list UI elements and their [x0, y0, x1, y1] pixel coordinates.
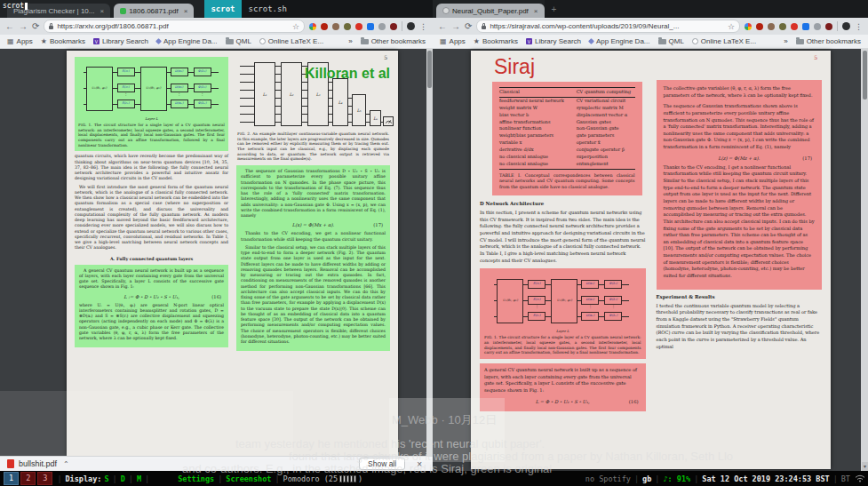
- extension-icon[interactable]: [332, 23, 339, 30]
- show-all-button[interactable]: Show all: [359, 458, 405, 470]
- bookmark-library-search[interactable]: VLibrary Search: [526, 37, 581, 45]
- body-paragraph: quantum circuits, which have recently be…: [75, 154, 228, 181]
- close-icon[interactable]: ×: [417, 459, 422, 469]
- table-row: no classical analoguesuperposition: [499, 154, 635, 161]
- fig1-circuit: U₁(θ₁, φ₁) S(r₁) S(r₂) S(rₙ) ⋮ U₂(θ₂, φ₂…: [492, 275, 633, 328]
- layer-box: L₄: [332, 78, 348, 126]
- address-bar[interactable]: https://arxiv.org/pdf/1806.06871.pdf ☆: [44, 20, 305, 33]
- pdf-viewer: 5 U₁(θ₁, φ₁) S(r₁) S(r₂) S(rₙ) ⋮ U₂(θ₂,: [0, 49, 433, 471]
- gate-phin: Φ(λₙ): [194, 100, 211, 108]
- workspace-1[interactable]: 1: [4, 472, 19, 485]
- screenshot-button[interactable]: Screenshot: [226, 474, 271, 483]
- terminal-title: scrot.sh: [242, 4, 287, 13]
- padlock-icon: [49, 26, 53, 29]
- settings-button[interactable]: Settings: [178, 474, 214, 483]
- bookmark-apps[interactable]: ▦Apps: [440, 37, 466, 45]
- section-heading-d: D Network Architecture: [480, 201, 646, 206]
- bookmark-star-icon[interactable]: ☆: [292, 22, 299, 31]
- bookmark-library-search[interactable]: VLibrary Search: [93, 37, 148, 45]
- menu-kebab-icon[interactable]: ⋮: [419, 22, 427, 31]
- back-icon[interactable]: ←: [5, 22, 14, 31]
- workspace-3[interactable]: 3: [37, 472, 52, 485]
- toolbar-divider: [837, 21, 838, 31]
- gate-s1: S(r₁): [117, 68, 135, 76]
- forward-icon[interactable]: →: [451, 22, 460, 31]
- latex-favicon: [692, 38, 698, 44]
- forward-icon[interactable]: →: [19, 22, 28, 31]
- new-tab-plus-icon[interactable]: +: [552, 4, 557, 14]
- new-tab-area[interactable]: +: [545, 0, 868, 18]
- other-bookmarks[interactable]: Other bookmarks: [796, 37, 861, 45]
- bookmarks-overflow-chevron[interactable]: »: [348, 37, 352, 45]
- google-extension-icon[interactable]: [309, 23, 316, 30]
- wifi-icon: [855, 474, 865, 482]
- tab-neural-qubit-pdf[interactable]: Neural_Qubit_Paper.pdf ×: [436, 4, 545, 18]
- bookmark-qml-folder[interactable]: QML: [226, 37, 251, 45]
- bookmark-bookmarks[interactable]: ★Bookmarks: [474, 37, 518, 45]
- close-icon[interactable]: ×: [100, 7, 104, 15]
- scrollbar[interactable]: ▾: [861, 49, 868, 471]
- extension-icon[interactable]: [355, 23, 362, 30]
- extension-icon[interactable]: [791, 23, 798, 30]
- download-filename[interactable]: bullshit.pdf: [19, 459, 57, 468]
- extension-icon[interactable]: [814, 23, 821, 30]
- back-icon[interactable]: ←: [438, 22, 447, 31]
- folder-icon: [361, 39, 369, 44]
- close-icon[interactable]: ×: [534, 7, 538, 15]
- reload-icon[interactable]: ⟳: [465, 22, 472, 31]
- spotify-status: no Spotify: [585, 474, 631, 483]
- url-text[interactable]: https://arxiv.org/pdf/1806.06871.pdf: [57, 22, 289, 30]
- terminal-titlebar: scrot scrot.sh: [204, 0, 433, 18]
- profile-avatar[interactable]: [842, 22, 850, 30]
- bookmark-app-engine[interactable]: App Engine Da...: [156, 37, 217, 45]
- bookmark-apps[interactable]: ▦Apps: [7, 37, 33, 45]
- reload-icon[interactable]: ⟳: [32, 22, 39, 31]
- url-text[interactable]: https://sirajraval.com/wp-content/upload…: [490, 22, 724, 30]
- extension-icon[interactable]: [321, 23, 328, 30]
- browser-window-arxiv: Plagiarism Checker | 10... × 1806.06871.…: [0, 0, 433, 471]
- library-favicon: V: [526, 38, 532, 44]
- extension-icon[interactable]: [802, 23, 809, 30]
- bookmark-qml-folder[interactable]: QML: [658, 37, 684, 45]
- bookmarks-overflow-chevron[interactable]: »: [784, 37, 787, 45]
- gate-sn: S(rₙ): [117, 100, 135, 108]
- scroll-down-arrow-icon[interactable]: ▾: [862, 462, 868, 471]
- pomodoro-progress-bars: [339, 475, 356, 482]
- extension-icon[interactable]: [367, 23, 374, 30]
- bookmark-bookmarks[interactable]: ★Bookmarks: [41, 37, 85, 45]
- bookmark-star-icon[interactable]: ☆: [728, 22, 735, 31]
- tab-title: 1806.06871.pdf: [129, 7, 179, 15]
- profile-avatar[interactable]: [407, 22, 415, 30]
- scrollbar-thumb[interactable]: [427, 51, 432, 88]
- bookmark-app-engine[interactable]: App Engine Da...: [589, 37, 649, 45]
- extension-icon[interactable]: [768, 23, 775, 30]
- site-favicon: [442, 7, 450, 14]
- layer-box: L₂: [281, 62, 302, 126]
- workspace-2[interactable]: 2: [20, 472, 36, 485]
- green-highlight-block: A general CV quantum neural network is b…: [75, 265, 228, 348]
- layer-box: L₅: [352, 94, 366, 126]
- bookmarks-bar: ▦Apps ★Bookmarks VLibrary Search App Eng…: [433, 35, 868, 49]
- scrollbar-thumb[interactable]: [863, 51, 867, 100]
- menu-kebab-icon[interactable]: ⋮: [855, 22, 863, 31]
- browser-window-siraj: Neural_Qubit_Paper.pdf × + ← → ⟳ https:/…: [433, 0, 868, 471]
- bookmark-latex[interactable]: Online LaTeX E...: [259, 37, 323, 45]
- extension-icon[interactable]: [825, 23, 832, 30]
- highlighted-paragraph: The sequence of Gaussian transformations…: [664, 103, 816, 150]
- extension-icon[interactable]: [344, 23, 351, 30]
- extension-icon[interactable]: [756, 23, 763, 30]
- google-extension-icon[interactable]: [745, 23, 752, 30]
- other-bookmarks[interactable]: Other bookmarks: [361, 37, 426, 45]
- close-icon[interactable]: ×: [184, 7, 188, 15]
- extension-icon[interactable]: [390, 23, 397, 30]
- extension-icon[interactable]: [779, 23, 786, 30]
- tab-arxiv-pdf[interactable]: 1806.06871.pdf ×: [114, 4, 194, 18]
- extension-icon[interactable]: [378, 23, 386, 30]
- bookmark-latex[interactable]: Online LaTeX E...: [692, 37, 756, 45]
- address-bar[interactable]: https://sirajraval.com/wp-content/upload…: [476, 20, 740, 33]
- table-header: Classical: [499, 88, 577, 98]
- chevron-up-icon[interactable]: ⌃: [63, 460, 69, 468]
- scrollbar[interactable]: [426, 49, 433, 456]
- equation-number: (16): [629, 399, 639, 404]
- tab-strip: Plagiarism Checker | 10... × 1806.06871.…: [0, 0, 433, 18]
